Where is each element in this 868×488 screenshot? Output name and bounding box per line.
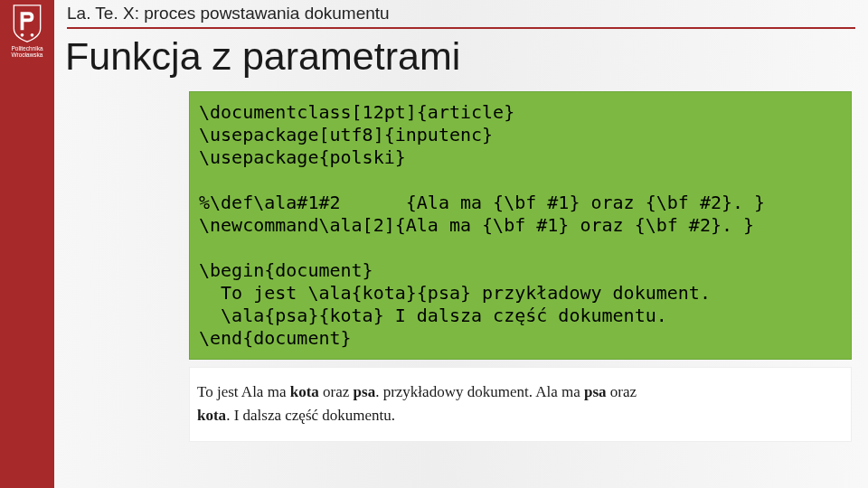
code-line: \end{document} [199,327,352,349]
code-line: \ala{psa}{kota} I dalsza część dokumentu… [199,305,667,326]
code-line: \begin{document} [199,259,373,281]
output-bold: kota [197,407,226,424]
code-line: \newcommand\ala[2]{Ala ma {\bf #1} oraz … [199,214,754,236]
code-line: %\def\ala#1#2 {Ala ma {\bf #1} oraz {\bf… [199,192,765,213]
output-text: oraz [319,383,354,400]
svg-point-1 [31,33,34,37]
slide-header: La. Te. X: proces powstawania dokumentu [67,0,855,29]
output-text: . przykładowy dokument. Ala ma [375,383,584,400]
output-block: To jest Ala ma kota oraz psa. przykładow… [189,367,852,442]
output-bold: psa [584,383,607,400]
university-name: Politechnika Wrocławska [11,45,42,58]
code-line: \usepackage[utf8]{inputenc} [199,124,493,145]
university-name-line1: Politechnika [11,45,42,52]
code-block: \documentclass[12pt]{article} \usepackag… [189,91,852,360]
svg-point-0 [21,33,24,37]
slide-title: Funkcja z parametrami [65,34,861,79]
output-text: . I dalsza część dokumentu. [226,407,395,424]
code-line: \documentclass[12pt]{article} [199,101,514,123]
code-line: \usepackage{polski} [199,146,406,168]
sidebar: Politechnika Wrocławska [0,0,54,488]
university-logo-icon [10,4,44,43]
slide-content: La. Te. X: proces powstawania dokumentu … [67,0,861,488]
output-bold: kota [290,383,319,400]
output-text: oraz [607,383,637,400]
output-bold: psa [354,383,376,400]
output-text: To jest Ala ma [197,383,290,400]
university-name-line2: Wrocławska [12,52,43,58]
code-line: To jest \ala{kota}{psa} przykładowy doku… [199,282,711,304]
